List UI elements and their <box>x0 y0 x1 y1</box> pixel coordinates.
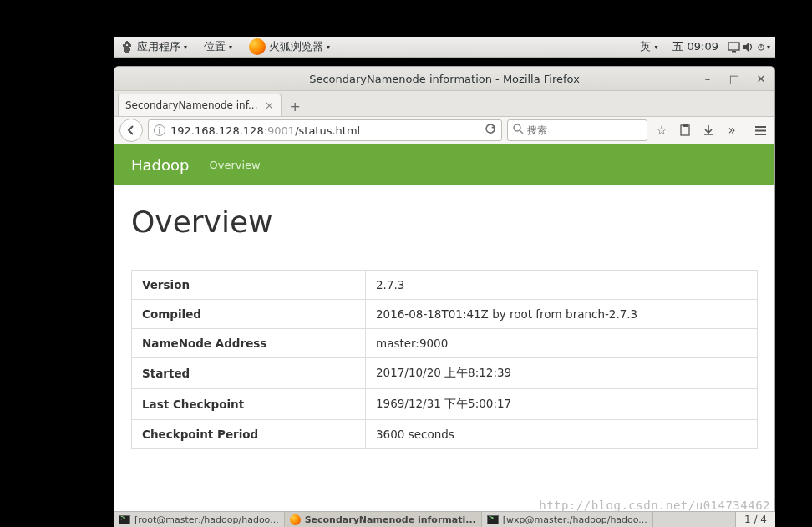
task-label: [root@master:/hadoop/hadoo... <box>134 514 279 525</box>
pager-label: 1 / 4 <box>744 514 767 525</box>
nav-overview-link[interactable]: Overview <box>209 159 260 171</box>
row-key: Last Checkpoint <box>132 389 366 420</box>
arrow-left-icon <box>125 124 137 136</box>
firefox-icon <box>290 514 301 525</box>
row-value: 2016-08-18T01:41Z by root from branch-2.… <box>366 300 758 329</box>
clock[interactable]: 五 09:09 <box>666 39 725 54</box>
minimize-button[interactable]: – <box>701 72 714 85</box>
clipboard-icon <box>679 124 691 136</box>
row-value: 2017/10/20 上午8:12:39 <box>366 358 758 389</box>
applications-label: 应用程序 <box>137 39 180 54</box>
volume-icon[interactable] <box>742 40 755 53</box>
chevron-down-icon: ▾ <box>654 43 657 51</box>
table-row: Compiled2016-08-18T01:41Z by root from b… <box>132 300 758 329</box>
hamburger-icon <box>754 125 767 136</box>
close-button[interactable]: ✕ <box>754 72 768 85</box>
row-value: 1969/12/31 下午5:00:17 <box>366 389 758 420</box>
browser-tab[interactable]: SecondaryNamenode inf... × <box>118 94 282 116</box>
info-table: Version2.7.3Compiled2016-08-18T01:41Z by… <box>131 270 758 449</box>
task-label: SecondaryNamenode informati... <box>305 514 476 525</box>
library-button[interactable] <box>676 124 694 136</box>
search-box[interactable] <box>507 119 647 141</box>
power-icon[interactable]: ▾ <box>757 40 770 53</box>
ime-label: 英 <box>640 39 651 54</box>
panel-right: 英 ▾ 五 09:09 ▾ <box>633 39 775 54</box>
svg-point-4 <box>514 124 520 131</box>
hadoop-navbar: Hadoop Overview <box>114 144 774 185</box>
url-host: 192.168.128.128 <box>170 124 264 137</box>
url-text: 192.168.128.128:9001/status.html <box>170 124 480 137</box>
gnome-top-panel: 应用程序 ▾ 位置 ▾ 火狐浏览器 ▾ 英 ▾ 五 09:09 ▾ <box>114 37 775 58</box>
back-button[interactable] <box>119 119 143 142</box>
new-tab-button[interactable]: + <box>283 96 307 116</box>
table-row: Version2.7.3 <box>132 271 758 300</box>
page-body: Overview Version2.7.3Compiled2016-08-18T… <box>114 185 774 469</box>
maximize-button[interactable]: □ <box>728 72 741 85</box>
task-terminal-2[interactable]: [wxp@master:/hadoop/hadoo... <box>482 512 653 527</box>
tab-bar: SecondaryNamenode inf... × + <box>114 91 774 117</box>
workspace-pager[interactable]: 1 / 4 <box>735 512 775 527</box>
display-icon[interactable] <box>727 40 740 53</box>
places-menu[interactable]: 位置 ▾ <box>197 39 239 54</box>
applications-menu[interactable]: 应用程序 ▾ <box>114 39 194 54</box>
terminal-icon <box>119 515 130 524</box>
window-title: SecondaryNamenode information - Mozilla … <box>309 73 580 85</box>
row-key: NameNode Address <box>132 329 366 358</box>
svg-rect-0 <box>728 43 739 50</box>
task-label: [wxp@master:/hadoop/hadoo... <box>503 514 647 525</box>
chevron-down-icon: ▾ <box>229 43 232 51</box>
window-list-panel: [root@master:/hadoop/hadoo... SecondaryN… <box>114 511 775 527</box>
url-bar[interactable]: i 192.168.128.128:9001/status.html <box>148 119 502 141</box>
overflow-button[interactable]: » <box>723 123 741 138</box>
page-content: Hadoop Overview Overview Version2.7.3Com… <box>114 144 774 514</box>
row-value: 2.7.3 <box>366 271 758 300</box>
chevron-down-icon: ▾ <box>767 43 770 51</box>
firefox-window: SecondaryNamenode information - Mozilla … <box>114 66 775 515</box>
info-icon[interactable]: i <box>154 124 165 136</box>
reload-icon <box>485 124 496 135</box>
search-icon <box>513 124 524 137</box>
places-label: 位置 <box>204 39 226 54</box>
chevron-down-icon: ▾ <box>327 43 330 51</box>
tab-label: SecondaryNamenode inf... <box>125 99 257 111</box>
svg-rect-7 <box>683 124 688 127</box>
row-key: Checkpoint Period <box>132 420 366 449</box>
download-icon <box>703 124 714 136</box>
brand-label[interactable]: Hadoop <box>131 156 189 174</box>
window-controls: – □ ✕ <box>701 72 768 85</box>
table-row: Checkpoint Period3600 seconds <box>132 420 758 449</box>
row-value: master:9000 <box>366 329 758 358</box>
window-titlebar[interactable]: SecondaryNamenode information - Mozilla … <box>114 67 774 91</box>
row-key: Version <box>132 271 366 300</box>
url-path: /status.html <box>295 124 360 137</box>
firefox-icon <box>249 38 266 55</box>
menu-button[interactable] <box>751 125 769 136</box>
task-firefox[interactable]: SecondaryNamenode informati... <box>285 512 482 527</box>
tab-close-button[interactable]: × <box>264 99 274 112</box>
terminal-icon <box>487 515 499 524</box>
panel-left: 应用程序 ▾ 位置 ▾ 火狐浏览器 ▾ <box>114 38 337 55</box>
reload-button[interactable] <box>485 124 496 138</box>
gnome-icon <box>120 40 134 53</box>
page-heading: Overview <box>131 205 758 239</box>
svg-rect-1 <box>732 51 736 53</box>
svg-line-5 <box>520 130 523 134</box>
clock-label: 五 09:09 <box>672 39 718 54</box>
task-terminal-1[interactable]: [root@master:/hadoop/hadoo... <box>114 512 285 527</box>
table-row: NameNode Addressmaster:9000 <box>132 329 758 358</box>
table-row: Last Checkpoint1969/12/31 下午5:00:17 <box>132 389 758 420</box>
downloads-button[interactable] <box>699 124 718 136</box>
firefox-menu[interactable]: 火狐浏览器 ▾ <box>242 38 337 55</box>
search-input[interactable] <box>527 124 652 136</box>
nav-toolbar: i 192.168.128.128:9001/status.html ☆ » <box>114 117 774 144</box>
url-port: :9001 <box>264 124 295 137</box>
ime-indicator[interactable]: 英 ▾ <box>633 39 664 54</box>
row-key: Started <box>132 358 366 389</box>
row-value: 3600 seconds <box>366 420 758 449</box>
table-row: Started2017/10/20 上午8:12:39 <box>132 358 758 389</box>
chevron-down-icon: ▾ <box>184 43 187 51</box>
bookmark-button[interactable]: ☆ <box>652 123 671 138</box>
divider <box>131 251 758 251</box>
firefox-label: 火狐浏览器 <box>269 39 323 54</box>
row-key: Compiled <box>132 300 366 329</box>
